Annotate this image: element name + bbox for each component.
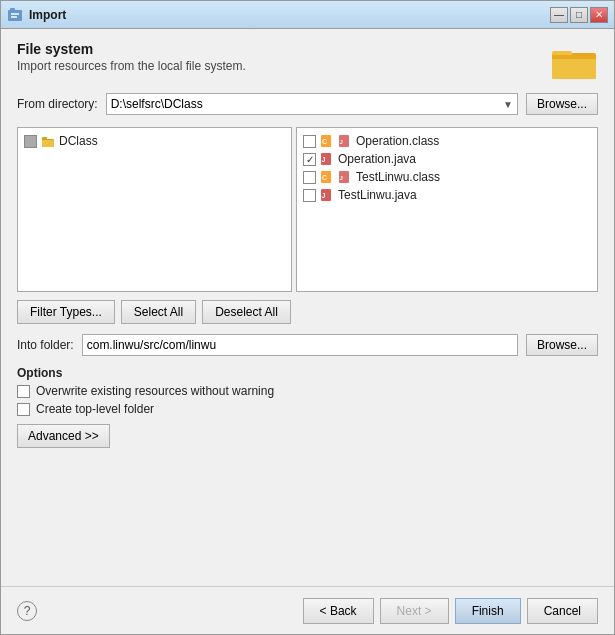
- dclass-checkbox[interactable]: [24, 135, 37, 148]
- java-icon-2: J: [338, 170, 352, 184]
- from-directory-label: From directory:: [17, 97, 98, 111]
- svg-text:J: J: [340, 175, 343, 181]
- list-item[interactable]: C J Operation.class: [301, 132, 593, 150]
- title-bar-left: Import: [7, 7, 66, 23]
- back-button[interactable]: < Back: [303, 598, 374, 624]
- svg-text:C: C: [322, 174, 327, 181]
- into-folder-label: Into folder:: [17, 338, 74, 352]
- create-folder-checkbox[interactable]: [17, 403, 30, 416]
- list-item[interactable]: DClass: [22, 132, 287, 150]
- svg-rect-10: [42, 140, 54, 147]
- operation-java-label: Operation.java: [338, 152, 416, 166]
- header-section: File system Import resources from the lo…: [17, 41, 598, 81]
- into-folder-input[interactable]: [82, 334, 518, 356]
- class-file-icon: C: [320, 134, 334, 148]
- overwrite-label: Overwrite existing resources without war…: [36, 384, 274, 398]
- java-icon: J: [338, 134, 352, 148]
- header-text: File system Import resources from the lo…: [17, 41, 550, 73]
- directory-combo[interactable]: D:\selfsrc\DClass ▼: [106, 93, 518, 115]
- overwrite-option-row: Overwrite existing resources without war…: [17, 384, 598, 398]
- left-panel[interactable]: DClass: [17, 127, 292, 292]
- java-file-icon: J: [320, 152, 334, 166]
- header-folder-icon: [550, 41, 598, 81]
- svg-text:C: C: [322, 138, 327, 145]
- class-file-icon-2: C: [320, 170, 334, 184]
- svg-rect-9: [42, 137, 47, 140]
- svg-text:J: J: [322, 192, 326, 199]
- dialog-content: File system Import resources from the lo…: [1, 29, 614, 460]
- testlinwu-java-checkbox[interactable]: [303, 189, 316, 202]
- list-item[interactable]: J Operation.java: [301, 150, 593, 168]
- list-item[interactable]: J TestLinwu.java: [301, 186, 593, 204]
- svg-rect-7: [552, 55, 596, 59]
- right-panel[interactable]: C J Operation.class J Operation.java: [296, 127, 598, 292]
- testlinwu-class-checkbox[interactable]: [303, 171, 316, 184]
- operation-class-checkbox[interactable]: [303, 135, 316, 148]
- spacer: [1, 460, 614, 586]
- svg-rect-1: [10, 8, 15, 11]
- select-all-button[interactable]: Select All: [121, 300, 196, 324]
- svg-text:J: J: [322, 156, 326, 163]
- cancel-button[interactable]: Cancel: [527, 598, 598, 624]
- window-controls: — □ ✕: [550, 7, 608, 23]
- next-button[interactable]: Next >: [380, 598, 449, 624]
- window-title: Import: [29, 8, 66, 22]
- dclass-label: DClass: [59, 134, 98, 148]
- nav-buttons: < Back Next > Finish Cancel: [303, 598, 598, 624]
- advanced-button[interactable]: Advanced >>: [17, 424, 110, 448]
- svg-text:J: J: [340, 139, 343, 145]
- deselect-all-button[interactable]: Deselect All: [202, 300, 291, 324]
- filter-types-button[interactable]: Filter Types...: [17, 300, 115, 324]
- action-buttons-row: Filter Types... Select All Deselect All: [17, 300, 598, 324]
- help-button[interactable]: ?: [17, 601, 37, 621]
- close-button[interactable]: ✕: [590, 7, 608, 23]
- from-directory-row: From directory: D:\selfsrc\DClass ▼ Brow…: [17, 93, 598, 115]
- window-icon: [7, 7, 23, 23]
- testlinwu-class-label: TestLinwu.class: [356, 170, 440, 184]
- directory-combo-value: D:\selfsrc\DClass: [111, 97, 203, 111]
- folder-icon: [41, 134, 55, 148]
- bottom-bar: ? < Back Next > Finish Cancel: [1, 586, 614, 634]
- page-title: File system: [17, 41, 550, 57]
- options-section: Options Overwrite existing resources wit…: [17, 366, 598, 448]
- create-folder-option-row: Create top-level folder: [17, 402, 598, 416]
- browse-folder-button[interactable]: Browse...: [526, 334, 598, 356]
- list-item[interactable]: C J TestLinwu.class: [301, 168, 593, 186]
- finish-button[interactable]: Finish: [455, 598, 521, 624]
- browse-directory-button[interactable]: Browse...: [526, 93, 598, 115]
- combo-arrow-icon: ▼: [503, 99, 513, 110]
- java-file-icon-2: J: [320, 188, 334, 202]
- minimize-button[interactable]: —: [550, 7, 568, 23]
- overwrite-checkbox[interactable]: [17, 385, 30, 398]
- panels-row: DClass C J Operation.class: [17, 127, 598, 292]
- maximize-button[interactable]: □: [570, 7, 588, 23]
- page-subtitle: Import resources from the local file sys…: [17, 59, 550, 73]
- into-folder-row: Into folder: Browse...: [17, 334, 598, 356]
- import-dialog: Import — □ ✕ File system Import resource…: [0, 0, 615, 635]
- operation-java-checkbox[interactable]: [303, 153, 316, 166]
- options-label: Options: [17, 366, 598, 380]
- operation-class-label: Operation.class: [356, 134, 439, 148]
- title-bar: Import — □ ✕: [1, 1, 614, 29]
- testlinwu-java-label: TestLinwu.java: [338, 188, 417, 202]
- svg-rect-0: [8, 10, 22, 21]
- create-folder-label: Create top-level folder: [36, 402, 154, 416]
